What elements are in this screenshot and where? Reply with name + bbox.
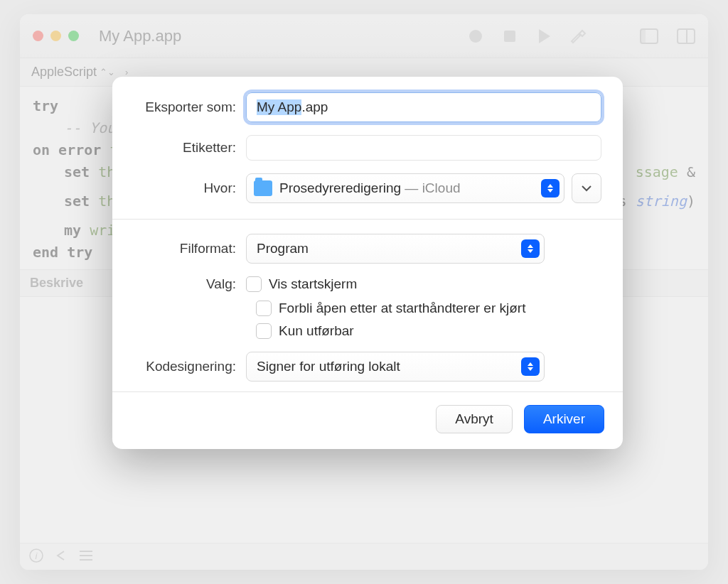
path-chevron-icon: ›: [125, 67, 128, 77]
svg-rect-4: [641, 29, 646, 43]
options-label: Valg:: [134, 276, 246, 292]
toolbar: [468, 27, 695, 45]
list-icon[interactable]: [78, 549, 94, 565]
window-title: My App.app: [99, 27, 181, 45]
location-folder-name: Prosedyreredigering: [279, 180, 401, 195]
language-selector[interactable]: AppleScript ⌃⌄: [26, 65, 121, 80]
run-only-checkbox[interactable]: [256, 323, 272, 339]
zoom-window-button[interactable]: [68, 31, 79, 41]
info-icon[interactable]: i: [28, 548, 44, 566]
filename-selected-text: My App: [257, 99, 301, 115]
close-window-button[interactable]: [33, 31, 43, 41]
disclosure-button[interactable]: [572, 173, 601, 203]
select-arrows-icon: [541, 179, 560, 198]
svg-marker-2: [539, 29, 550, 43]
codesign-value: Signer for utføring lokalt: [257, 359, 514, 374]
codesign-select[interactable]: Signer for utføring lokalt: [246, 352, 545, 382]
stay-open-checkbox[interactable]: [256, 301, 272, 316]
hammer-icon[interactable]: [570, 27, 589, 45]
export-dialog: Eksporter som: My App.app Etiketter: Hvo…: [112, 77, 623, 449]
window-controls: [33, 31, 79, 41]
show-startup-label: Vis startskjerm: [269, 276, 357, 292]
where-label: Hvor:: [134, 180, 246, 196]
titlebar: My App.app: [20, 14, 708, 58]
svg-rect-1: [504, 31, 515, 42]
codesign-label: Kodesignering:: [134, 359, 246, 374]
svg-text:i: i: [36, 551, 38, 561]
format-value: Program: [257, 241, 514, 256]
show-startup-checkbox[interactable]: [246, 276, 262, 292]
cancel-button[interactable]: Avbryt: [436, 405, 513, 433]
select-arrows-icon: [521, 239, 540, 258]
stop-icon[interactable]: [502, 28, 518, 44]
folder-icon: [254, 180, 272, 196]
svg-point-0: [469, 30, 482, 43]
panel-left-icon[interactable]: [640, 28, 658, 44]
save-button[interactable]: Arkiver: [524, 405, 604, 433]
filename-label: Eksporter som:: [134, 99, 246, 115]
format-label: Filformat:: [134, 241, 246, 256]
stay-open-label: Forbli åpen etter at starthåndterer er k…: [279, 301, 525, 316]
format-select[interactable]: Program: [246, 234, 545, 264]
tags-label: Etiketter:: [134, 140, 246, 156]
tags-input[interactable]: [246, 135, 601, 161]
select-arrows-icon: [521, 357, 540, 376]
location-suffix: — iCloud: [401, 180, 460, 195]
filename-extension: .app: [301, 99, 328, 115]
status-bar: i: [20, 543, 708, 570]
panel-right-icon[interactable]: [677, 28, 695, 44]
record-icon[interactable]: [468, 28, 483, 44]
filename-input[interactable]: My App.app: [246, 92, 601, 122]
back-icon[interactable]: [54, 549, 68, 565]
run-only-label: Kun utførbar: [279, 323, 354, 339]
chevron-updown-icon: ⌃⌄: [100, 67, 115, 77]
location-select[interactable]: Prosedyreredigering — iCloud: [246, 173, 564, 203]
language-label: AppleScript: [31, 65, 97, 80]
play-icon[interactable]: [536, 28, 552, 45]
minimize-window-button[interactable]: [50, 31, 61, 41]
